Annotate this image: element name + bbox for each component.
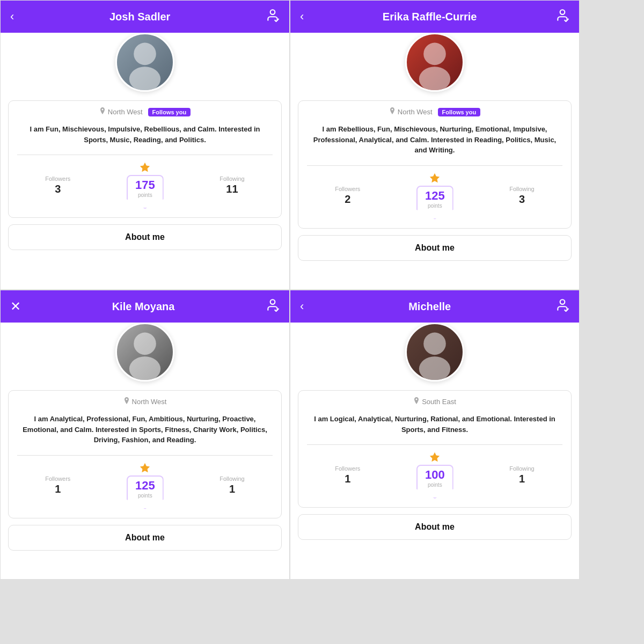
followers-label: Followers	[45, 475, 70, 482]
followers-stat: Followers1	[335, 465, 360, 485]
svg-point-2	[129, 67, 160, 90]
svg-point-12	[560, 299, 565, 304]
followers-value: 2	[345, 193, 350, 206]
following-stat: Following3	[509, 186, 534, 206]
points-shield: 125points	[127, 475, 164, 509]
followers-stat: Followers2	[335, 186, 360, 206]
followers-label: Followers	[45, 175, 70, 182]
close-button[interactable]: ✕	[10, 299, 21, 314]
profile-card: North WestI am Analytical, Professional,…	[8, 390, 282, 518]
body-michelle: South EastI am Logical, Analytical, Nurt…	[290, 323, 579, 579]
header-title: Josh Sadler	[109, 11, 170, 23]
body-kile: North WestI am Analytical, Professional,…	[1, 323, 289, 579]
points-number: 100	[425, 468, 445, 482]
svg-point-14	[419, 356, 450, 380]
points-number: 125	[425, 189, 445, 203]
location-text: North West	[132, 398, 167, 406]
points-label: points	[138, 493, 152, 499]
followers-value: 1	[345, 473, 350, 485]
location-row: North WestFollows you	[99, 107, 191, 116]
svg-marker-7	[430, 173, 440, 182]
profile-card: North WestFollows youI am Fun, Mischievo…	[8, 100, 282, 218]
following-label: Following	[509, 465, 534, 472]
svg-point-5	[423, 43, 446, 65]
star-icon	[139, 462, 151, 475]
points-badge: 175points	[127, 162, 164, 209]
points-badge: 125points	[416, 172, 453, 219]
avatar-wrapper	[115, 33, 174, 92]
points-label: points	[428, 482, 442, 488]
profile-panel-josh: ‹Josh Sadler North WestFollows youI am F…	[0, 0, 290, 290]
following-label: Following	[509, 186, 534, 192]
followers-stat: Followers3	[45, 175, 70, 195]
location-row: North West	[123, 397, 167, 406]
svg-point-8	[270, 299, 275, 304]
following-value: 1	[519, 473, 525, 485]
about-me-title: About me	[307, 243, 562, 253]
profile-icon[interactable]	[555, 298, 569, 315]
points-shield: 100points	[416, 465, 453, 499]
points-label: points	[138, 192, 152, 198]
star-icon	[429, 451, 441, 465]
svg-point-0	[270, 10, 275, 14]
location-row: North WestFollows you	[389, 107, 480, 116]
about-me-section: About me	[8, 525, 282, 551]
profile-icon[interactable]	[266, 8, 280, 25]
location-text: South East	[422, 398, 456, 406]
avatar-wrapper	[405, 33, 464, 92]
svg-point-9	[134, 333, 156, 355]
back-button[interactable]: ‹	[10, 10, 14, 24]
location-row: South East	[413, 397, 456, 406]
points-number: 125	[135, 479, 155, 493]
star-icon	[429, 172, 441, 186]
star-icon	[139, 162, 151, 175]
stats-row: Followers1125pointsFollowing1	[17, 459, 273, 510]
points-shield: 125points	[416, 186, 453, 219]
header-title: Erika Raffle-Currie	[383, 11, 477, 23]
avatar	[115, 33, 174, 92]
divider	[307, 444, 562, 445]
profile-icon[interactable]	[555, 8, 569, 25]
following-label: Following	[219, 175, 244, 182]
followers-value: 1	[55, 483, 61, 495]
following-stat: Following11	[219, 175, 244, 195]
following-stat: Following1	[219, 475, 244, 495]
body-josh: North WestFollows youI am Fun, Mischievo…	[1, 33, 289, 289]
back-button[interactable]: ‹	[300, 10, 304, 24]
profile-panel-kile: ✕Kile Moyana North WestI am Analytical, …	[0, 290, 290, 580]
followers-label: Followers	[335, 465, 360, 472]
about-me-title: About me	[307, 522, 562, 532]
svg-marker-3	[140, 163, 150, 172]
svg-marker-15	[430, 452, 440, 462]
profile-icon[interactable]	[266, 298, 280, 315]
points-badge: 100points	[416, 451, 453, 499]
svg-point-1	[134, 43, 156, 65]
stats-row: Followers2125pointsFollowing3	[307, 169, 562, 221]
location-pin-icon	[99, 107, 106, 116]
following-value: 1	[229, 483, 235, 495]
svg-point-13	[423, 333, 446, 355]
bio-text: I am Fun, Mischievous, Impulsive, Rebell…	[17, 124, 273, 145]
divider	[17, 155, 273, 155]
location-text: North West	[108, 108, 143, 116]
location-text: North West	[398, 108, 433, 116]
stats-row: Followers3175pointsFollowing11	[17, 158, 273, 210]
follows-you-badge: Follows you	[148, 108, 191, 116]
followers-value: 3	[55, 183, 61, 195]
svg-point-4	[560, 10, 565, 14]
points-label: points	[428, 203, 442, 209]
svg-point-6	[419, 67, 450, 90]
following-value: 3	[519, 193, 525, 206]
avatar-wrapper	[115, 323, 174, 382]
header-erika: ‹Erika Raffle-Currie	[290, 1, 579, 33]
profile-card: South EastI am Logical, Analytical, Nurt…	[298, 390, 572, 508]
points-badge: 125points	[127, 462, 164, 509]
profile-panel-michelle: ‹Michelle South EastI am Logical, Analyt…	[290, 290, 580, 580]
bio-text: I am Rebellious, Fun, Mischievous, Nurtu…	[307, 124, 562, 156]
about-me-title: About me	[17, 232, 273, 242]
followers-label: Followers	[335, 186, 360, 192]
location-pin-icon	[123, 397, 130, 406]
profile-panel-erika: ‹Erika Raffle-Currie North WestFollows y…	[290, 0, 580, 290]
about-me-section: About me	[8, 224, 282, 250]
back-button[interactable]: ‹	[300, 299, 304, 313]
